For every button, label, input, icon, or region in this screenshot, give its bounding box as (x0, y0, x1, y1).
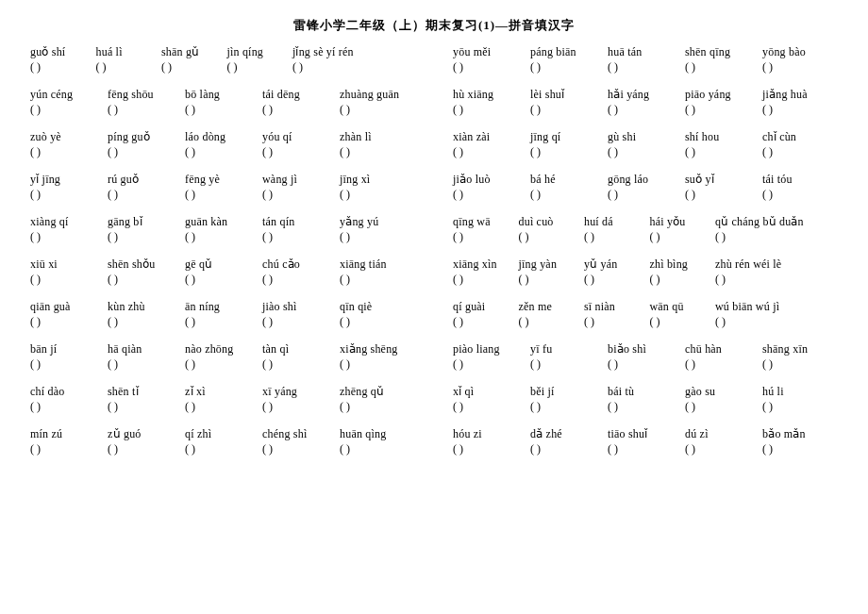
answer-blank[interactable]: ( ) (292, 61, 417, 73)
answer-blank[interactable]: ( ) (262, 401, 340, 412)
answer-blank[interactable]: ( ) (185, 231, 262, 242)
answer-blank[interactable]: ( ) (185, 189, 262, 200)
answer-blank[interactable]: ( ) (649, 316, 714, 327)
answer-blank[interactable]: ( ) (608, 358, 685, 370)
answer-blank[interactable]: ( ) (453, 358, 530, 370)
answer-blank[interactable]: ( ) (30, 61, 95, 73)
answer-blank[interactable]: ( ) (608, 61, 685, 73)
answer-blank[interactable]: ( ) (530, 358, 608, 370)
answer-blank[interactable]: ( ) (608, 401, 685, 412)
answer-blank[interactable]: ( ) (518, 274, 583, 285)
answer-blank[interactable]: ( ) (340, 443, 417, 455)
answer-blank[interactable]: ( ) (453, 274, 518, 285)
answer-blank[interactable]: ( ) (518, 316, 583, 327)
answer-blank[interactable]: ( ) (262, 358, 340, 370)
answer-blank[interactable]: ( ) (340, 104, 417, 115)
answer-blank[interactable]: ( ) (108, 274, 185, 285)
answer-blank[interactable]: ( ) (584, 274, 649, 285)
answer-blank[interactable]: ( ) (530, 146, 608, 158)
answer-blank[interactable]: ( ) (530, 61, 608, 73)
answer-blank[interactable]: ( ) (262, 316, 340, 327)
answer-blank[interactable]: ( ) (262, 231, 340, 242)
answer-blank[interactable]: ( ) (108, 146, 185, 158)
answer-blank[interactable]: ( ) (108, 401, 185, 412)
answer-blank[interactable]: ( ) (453, 146, 530, 158)
answer-blank[interactable]: ( ) (340, 231, 417, 242)
answer-blank[interactable]: ( ) (30, 231, 108, 242)
answer-blank[interactable]: ( ) (30, 189, 108, 200)
answer-blank[interactable]: ( ) (30, 274, 108, 285)
answer-blank[interactable]: ( ) (584, 231, 649, 242)
answer-blank[interactable]: ( ) (762, 104, 840, 115)
answer-blank[interactable]: ( ) (161, 61, 226, 73)
answer-blank[interactable]: ( ) (685, 401, 762, 412)
answer-blank[interactable]: ( ) (262, 189, 340, 200)
answer-blank[interactable]: ( ) (30, 316, 108, 327)
answer-blank[interactable]: ( ) (453, 189, 530, 200)
answer-blank[interactable]: ( ) (30, 146, 108, 158)
answer-blank[interactable]: ( ) (262, 274, 340, 285)
answer-blank[interactable]: ( ) (262, 104, 340, 115)
answer-blank[interactable]: ( ) (30, 104, 108, 115)
answer-blank[interactable]: ( ) (185, 443, 262, 455)
answer-blank[interactable]: ( ) (30, 443, 108, 455)
answer-blank[interactable]: ( ) (30, 401, 108, 412)
answer-blank[interactable]: ( ) (530, 104, 608, 115)
answer-blank[interactable]: ( ) (185, 274, 262, 285)
answer-blank[interactable]: ( ) (685, 104, 762, 115)
answer-blank[interactable]: ( ) (185, 104, 262, 115)
answer-blank[interactable]: ( ) (762, 146, 840, 158)
answer-blank[interactable]: ( ) (30, 358, 108, 370)
answer-blank[interactable]: ( ) (608, 146, 685, 158)
answer-blank[interactable]: ( ) (685, 146, 762, 158)
answer-blank[interactable]: ( ) (95, 61, 160, 73)
answer-blank[interactable]: ( ) (453, 443, 530, 455)
answer-blank[interactable]: ( ) (108, 316, 185, 327)
answer-blank[interactable]: ( ) (340, 189, 417, 200)
answer-blank[interactable]: ( ) (453, 104, 530, 115)
answer-blank[interactable]: ( ) (715, 316, 840, 327)
answer-blank[interactable]: ( ) (185, 401, 262, 412)
answer-blank[interactable]: ( ) (108, 358, 185, 370)
answer-blank[interactable]: ( ) (685, 61, 762, 73)
answer-blank[interactable]: ( ) (762, 61, 840, 73)
answer-blank[interactable]: ( ) (453, 401, 530, 412)
answer-blank[interactable]: ( ) (185, 358, 262, 370)
answer-blank[interactable]: ( ) (608, 443, 685, 455)
answer-blank[interactable]: ( ) (685, 189, 762, 200)
answer-blank[interactable]: ( ) (340, 316, 417, 327)
answer-blank[interactable]: ( ) (530, 189, 608, 200)
answer-blank[interactable]: ( ) (530, 443, 608, 455)
answer-blank[interactable]: ( ) (715, 274, 840, 285)
answer-blank[interactable]: ( ) (649, 274, 714, 285)
answer-blank[interactable]: ( ) (715, 231, 840, 242)
answer-blank[interactable]: ( ) (530, 401, 608, 412)
answer-blank[interactable]: ( ) (762, 189, 840, 200)
answer-blank[interactable]: ( ) (453, 61, 530, 73)
answer-blank[interactable]: ( ) (685, 443, 762, 455)
answer-blank[interactable]: ( ) (649, 231, 714, 242)
answer-blank[interactable]: ( ) (108, 231, 185, 242)
answer-blank[interactable]: ( ) (762, 401, 840, 412)
answer-blank[interactable]: ( ) (685, 358, 762, 370)
answer-blank[interactable]: ( ) (762, 443, 840, 455)
answer-blank[interactable]: ( ) (226, 61, 292, 73)
answer-blank[interactable]: ( ) (262, 443, 340, 455)
answer-blank[interactable]: ( ) (762, 358, 840, 370)
answer-blank[interactable]: ( ) (108, 189, 185, 200)
answer-blank[interactable]: ( ) (262, 146, 340, 158)
answer-blank[interactable]: ( ) (340, 358, 417, 370)
answer-blank[interactable]: ( ) (108, 104, 185, 115)
answer-blank[interactable]: ( ) (185, 316, 262, 327)
answer-blank[interactable]: ( ) (518, 231, 583, 242)
answer-blank[interactable]: ( ) (108, 443, 185, 455)
answer-blank[interactable]: ( ) (340, 401, 417, 412)
answer-blank[interactable]: ( ) (608, 189, 685, 200)
answer-blank[interactable]: ( ) (340, 274, 417, 285)
answer-blank[interactable]: ( ) (608, 104, 685, 115)
answer-blank[interactable]: ( ) (453, 231, 518, 242)
answer-blank[interactable]: ( ) (185, 146, 262, 158)
answer-blank[interactable]: ( ) (584, 316, 649, 327)
answer-blank[interactable]: ( ) (453, 316, 518, 327)
answer-blank[interactable]: ( ) (340, 146, 417, 158)
